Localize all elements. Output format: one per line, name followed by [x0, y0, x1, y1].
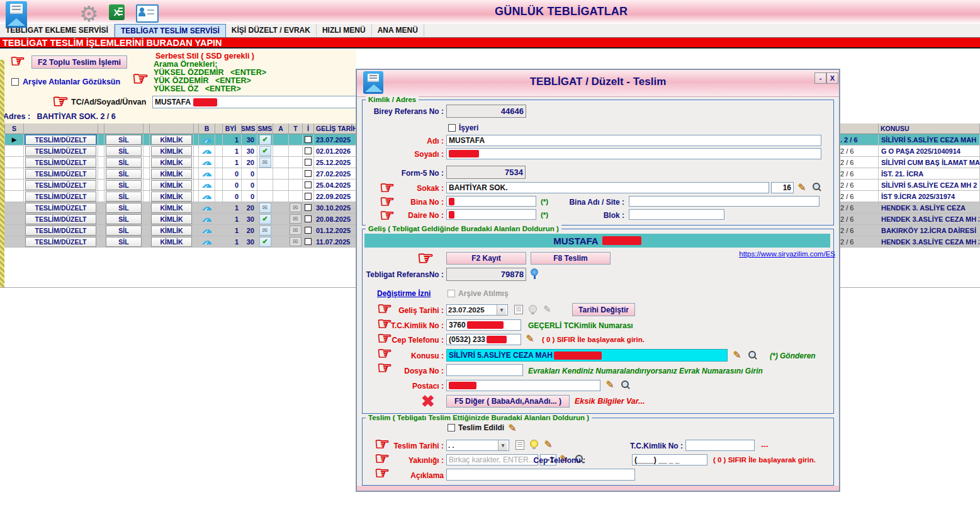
teslim-duzelt-button[interactable]: TESLİM/DÜZELT: [25, 169, 96, 179]
column-header-b[interactable]: B: [199, 123, 215, 134]
search-input[interactable]: MUSTAFA: [152, 96, 358, 108]
minimize-button[interactable]: -: [814, 72, 826, 84]
sil-button[interactable]: SİL: [106, 214, 142, 224]
excel-export-icon[interactable]: X: [109, 4, 125, 20]
row-checkbox[interactable]: [305, 193, 312, 200]
gelis-tarihi-dropdown[interactable]: 23.07.2025 ▾: [446, 304, 508, 316]
daire-no-input[interactable]: [446, 209, 536, 220]
column-header-sms[interactable]: SMS: [242, 123, 257, 134]
kimlik-button[interactable]: KİMLİK: [151, 237, 192, 247]
konusu-input[interactable]: SİLİVRİ 5.ASLİYE CEZA MAH: [446, 349, 728, 362]
bina-no-input[interactable]: [446, 196, 536, 207]
kimlik-button[interactable]: KİMLİK: [151, 157, 192, 168]
gear-icon[interactable]: ⚙: [79, 1, 98, 26]
tab-hizli-menu[interactable]: HIZLI MENÜ: [317, 24, 372, 37]
sil-button[interactable]: SİL: [106, 191, 142, 202]
cep-telefonu-input[interactable]: (0532) 233: [446, 334, 521, 345]
row-checkbox[interactable]: [305, 204, 312, 211]
teslim-duzelt-button[interactable]: TESLİM/DÜZELT: [25, 135, 96, 145]
search-magnifier-icon[interactable]: [621, 380, 630, 389]
person-card-icon[interactable]: [136, 4, 159, 23]
sil-button[interactable]: SİL: [106, 135, 142, 145]
row-checkbox[interactable]: [305, 215, 312, 222]
adi-input[interactable]: MUSTAFA: [446, 135, 821, 146]
kimlik-button[interactable]: KİMLİK: [151, 146, 192, 156]
dosya-no-input[interactable]: [446, 364, 523, 376]
edit-pencil-icon[interactable]: ✎: [733, 350, 741, 359]
teslim-duzelt-button[interactable]: TESLİM/DÜZELT: [25, 157, 96, 168]
isyeri-checkbox[interactable]: [448, 124, 456, 132]
edit-pencil-icon[interactable]: ✎: [797, 182, 806, 191]
kimlik-button[interactable]: KİMLİK: [151, 203, 192, 213]
degistirme-izni-link[interactable]: Değiştirme İzni: [377, 289, 431, 298]
archive-visible-checkbox[interactable]: [11, 78, 19, 86]
row-checkbox[interactable]: [305, 147, 312, 154]
f2-kayit-button[interactable]: F2 Kayıt: [446, 252, 526, 265]
yakinlik-input[interactable]: Birkaç karakter, ENTER...: [446, 454, 538, 465]
close-button[interactable]: X: [826, 72, 838, 84]
aciklama-input[interactable]: [446, 469, 635, 481]
sil-button[interactable]: SİL: [106, 157, 142, 168]
column-header-geli-tari-hi-[interactable]: GELİŞ TARİHİ: [314, 123, 361, 134]
teslim-edildi-checkbox[interactable]: [448, 424, 455, 431]
kimlik-button[interactable]: KİMLİK: [151, 214, 192, 224]
edit-pencil-icon[interactable]: ✎: [508, 423, 516, 432]
f2-toplu-teslim-button[interactable]: F2 Toplu Teslim İşlemi: [31, 55, 127, 69]
teslim-duzelt-button[interactable]: TESLİM/DÜZELT: [25, 203, 96, 213]
tab-tebligat-teslim[interactable]: TEBLİGAT TESLİM SERVİSİ: [115, 24, 226, 37]
teslim-duzelt-button[interactable]: TESLİM/DÜZELT: [25, 191, 96, 202]
row-checkbox[interactable]: [305, 227, 312, 234]
search-magnifier-icon[interactable]: [813, 183, 821, 191]
column-header-konusu[interactable]: KONUSU: [879, 123, 980, 134]
tree-icon[interactable]: [531, 268, 539, 279]
row-checkbox[interactable]: [305, 181, 312, 188]
lightbulb-icon[interactable]: [530, 440, 538, 448]
teslim-duzelt-button[interactable]: TESLİM/DÜZELT: [25, 180, 96, 190]
teslim-cep-input[interactable]: (____) __ _ _: [632, 454, 707, 465]
row-checkbox[interactable]: [305, 238, 312, 245]
f5-diger-button[interactable]: F5 Diğer ( BabaAdı,AnaAdı... ): [446, 395, 570, 408]
teslim-tc-input[interactable]: [685, 440, 755, 451]
sil-button[interactable]: SİL: [106, 146, 142, 156]
edit-pencil-icon[interactable]: ✎: [605, 379, 614, 389]
column-header-sms[interactable]: SMS: [257, 123, 273, 134]
teslim-duzelt-button[interactable]: TESLİM/DÜZELT: [25, 146, 96, 156]
kimlik-button[interactable]: KİMLİK: [151, 191, 192, 202]
column-header-s[interactable]: S: [5, 123, 24, 134]
tab-kisi-duzelt-evrak[interactable]: KİŞİ DÜZELT / EVRAK: [226, 24, 317, 37]
row-checkbox[interactable]: [305, 170, 312, 177]
sokak-input[interactable]: BAHTİYAR SOK.: [446, 182, 769, 193]
sil-button[interactable]: SİL: [106, 203, 142, 213]
teslim-tarihi-dropdown[interactable]: . . ▾: [446, 440, 509, 451]
postaci-input[interactable]: [446, 380, 600, 391]
column-header-i-[interactable]: İ: [303, 123, 314, 134]
sil-button[interactable]: SİL: [106, 180, 142, 190]
teslim-duzelt-button[interactable]: TESLİM/DÜZELT: [25, 237, 96, 247]
column-header-t[interactable]: T: [289, 123, 303, 134]
kimlik-button[interactable]: KİMLİK: [151, 135, 192, 145]
tc-kimlik-input[interactable]: 3760: [446, 319, 521, 331]
soyadi-input[interactable]: [446, 148, 821, 159]
search-magnifier-icon[interactable]: [748, 351, 757, 360]
row-checkbox[interactable]: [305, 136, 312, 143]
calendar-list-icon[interactable]: [515, 440, 524, 450]
teslim-duzelt-button[interactable]: TESLİM/DÜZELT: [25, 226, 96, 236]
sil-button[interactable]: SİL: [106, 226, 142, 236]
sil-button[interactable]: SİL: [106, 169, 142, 179]
kimlik-button[interactable]: KİMLİK: [151, 180, 192, 190]
website-link[interactable]: https://www.siryazilim.com/ES: [739, 250, 835, 258]
column-header-byi-[interactable]: BYİ: [223, 123, 242, 134]
teslim-duzelt-button[interactable]: TESLİM/DÜZELT: [25, 214, 96, 224]
tarihi-degistir-button[interactable]: Tarihi Değiştir: [572, 303, 635, 316]
edit-pencil-icon[interactable]: ✎: [526, 333, 534, 343]
kimlik-button[interactable]: KİMLİK: [151, 226, 192, 236]
column-header-a[interactable]: A: [273, 123, 289, 134]
row-checkbox[interactable]: [305, 159, 312, 166]
kimlik-button[interactable]: KİMLİK: [151, 169, 192, 179]
tab-ana-menu[interactable]: ANA MENÜ: [372, 24, 424, 37]
f8-teslim-button[interactable]: F8 Teslim: [531, 252, 611, 265]
bina-adi-input[interactable]: [629, 196, 819, 207]
sil-button[interactable]: SİL: [106, 237, 142, 247]
blok-input[interactable]: [629, 209, 724, 220]
edit-pencil-icon[interactable]: ✎: [544, 439, 552, 448]
